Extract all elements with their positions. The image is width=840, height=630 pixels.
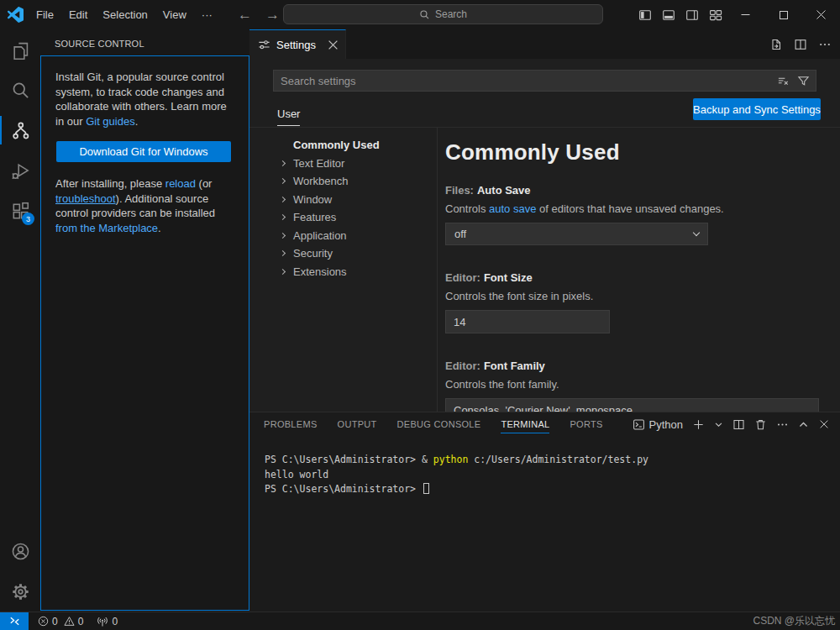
- toc-text-editor[interactable]: Text Editor: [273, 155, 433, 173]
- more-actions-icon[interactable]: [818, 38, 832, 51]
- toggle-panel-icon[interactable]: [662, 8, 675, 22]
- remote-icon: [8, 615, 21, 627]
- menu-more[interactable]: ···: [194, 0, 220, 29]
- terminal-shell-label[interactable]: Python: [649, 418, 683, 431]
- font-family-input[interactable]: [445, 398, 819, 412]
- settings-toc: Commonly Used Text Editor Workbench Wind…: [273, 136, 433, 281]
- clear-settings-search-icon[interactable]: [777, 75, 790, 87]
- activity-extensions[interactable]: 3: [0, 191, 40, 231]
- settings-body: Commonly Used Text Editor Workbench Wind…: [249, 128, 840, 412]
- run-debug-icon: [11, 161, 30, 181]
- error-icon: [38, 616, 49, 627]
- terminal-shell-icon: [633, 418, 645, 431]
- reload-link[interactable]: reload: [165, 177, 196, 190]
- toc-application[interactable]: Application: [273, 227, 433, 245]
- settings-scope-row: User Backup and Sync Settings: [249, 92, 840, 128]
- toc-features[interactable]: Features: [273, 208, 433, 227]
- history-nav: ← →: [238, 0, 280, 29]
- settings-section-heading: Commonly Used: [445, 139, 819, 165]
- terminal-line: hello world: [265, 468, 648, 483]
- settings-search-box: [273, 70, 816, 92]
- activity-search[interactable]: [0, 70, 40, 110]
- auto-save-link[interactable]: auto save: [489, 202, 536, 215]
- menu-file[interactable]: File: [29, 0, 61, 29]
- tab-problems[interactable]: PROBLEMS: [264, 419, 318, 429]
- toggle-sidebar-icon[interactable]: [638, 8, 652, 22]
- source-control-icon: [11, 121, 30, 140]
- maximize-button[interactable]: [764, 0, 802, 29]
- activity-bar: 3: [0, 29, 40, 612]
- toc-security[interactable]: Security: [273, 244, 433, 263]
- tab-debug-console[interactable]: DEBUG CONSOLE: [397, 419, 481, 429]
- title-bar: File Edit Selection View ··· ← → Search: [0, 0, 840, 29]
- close-window-button[interactable]: [802, 0, 840, 29]
- activity-settings[interactable]: [0, 571, 40, 612]
- warning-icon: [64, 616, 75, 627]
- tab-output[interactable]: OUTPUT: [338, 419, 377, 429]
- ports-status[interactable]: 0: [97, 616, 120, 627]
- account-icon: [11, 542, 30, 561]
- settings-list: Commonly Used Files:Auto Save Controls a…: [445, 128, 819, 412]
- toggle-secondary-sidebar-icon[interactable]: [685, 8, 699, 22]
- activity-accounts[interactable]: [0, 531, 40, 571]
- open-settings-json-icon[interactable]: [769, 38, 783, 51]
- launch-profile-chevron-icon[interactable]: [714, 420, 723, 429]
- problems-status[interactable]: 0 0: [38, 616, 86, 627]
- search-icon: [419, 9, 430, 20]
- watermark: CSDN @乐以忘忧: [753, 614, 835, 628]
- kill-terminal-icon[interactable]: [754, 418, 767, 431]
- tab-user-settings[interactable]: User: [277, 108, 300, 120]
- activity-source-control[interactable]: [0, 110, 40, 150]
- panel-more-actions-icon[interactable]: [776, 418, 789, 431]
- extensions-badge: 3: [22, 213, 34, 225]
- download-git-button[interactable]: Download Git for Windows: [56, 141, 231, 162]
- toc-workbench[interactable]: Workbench: [273, 172, 433, 191]
- forward-button[interactable]: →: [265, 7, 280, 24]
- menu-edit[interactable]: Edit: [61, 0, 95, 29]
- terminal-line: PS C:\Users\Administrator>: [265, 482, 648, 497]
- back-button[interactable]: ←: [238, 7, 252, 24]
- settings-search-input[interactable]: [274, 75, 777, 87]
- toc-extensions[interactable]: Extensions: [273, 263, 433, 281]
- minimize-button[interactable]: [727, 0, 764, 29]
- git-guides-link[interactable]: Git guides: [86, 115, 135, 128]
- new-terminal-icon[interactable]: [692, 418, 705, 431]
- activity-explorer[interactable]: [0, 29, 40, 70]
- auto-save-select[interactable]: off: [445, 223, 708, 245]
- search-icon: [11, 81, 30, 100]
- terminal-cursor: [423, 483, 429, 494]
- toc-window[interactable]: Window: [273, 191, 433, 209]
- close-panel-icon[interactable]: [818, 418, 830, 430]
- vscode-logo: [8, 7, 24, 23]
- scm-welcome-text-2: After installing, please reload (or trou…: [55, 176, 230, 235]
- radio-tower-icon: [97, 616, 108, 627]
- terminal-output[interactable]: PS C:\Users\Administrator> & python c:/U…: [265, 453, 648, 497]
- split-editor-icon[interactable]: [794, 38, 807, 51]
- toc-commonly-used[interactable]: Commonly Used: [273, 136, 433, 155]
- font-size-input[interactable]: [445, 310, 610, 333]
- customize-layout-icon[interactable]: [709, 8, 722, 22]
- troubleshoot-link[interactable]: troubleshoot: [55, 192, 116, 205]
- tab-settings[interactable]: Settings: [249, 29, 346, 59]
- menu-selection[interactable]: Selection: [95, 0, 155, 29]
- remote-indicator[interactable]: [0, 612, 29, 630]
- tab-ports[interactable]: PORTS: [570, 419, 602, 429]
- scm-welcome-text-1: Install Git, a popular source control sy…: [55, 70, 230, 129]
- toc-sash[interactable]: [437, 128, 438, 412]
- command-center-search[interactable]: Search: [283, 4, 603, 24]
- chevron-down-icon: [693, 229, 700, 236]
- activity-run-debug[interactable]: [0, 150, 40, 191]
- backup-sync-button[interactable]: Backup and Sync Settings: [693, 98, 821, 120]
- marketplace-link[interactable]: from the Marketplace: [55, 222, 158, 234]
- settings-editor: User Backup and Sync Settings Commonly U…: [249, 59, 840, 412]
- menu-view[interactable]: View: [155, 0, 194, 29]
- settings-sliders-icon: [258, 39, 270, 51]
- gear-icon: [11, 582, 30, 601]
- tab-terminal[interactable]: TERMINAL: [501, 419, 549, 429]
- split-terminal-icon[interactable]: [732, 418, 745, 431]
- status-bar: 0 0 0 CSDN @乐以忘忧: [0, 612, 840, 630]
- filter-icon[interactable]: [797, 75, 810, 87]
- setting-editor-font-size: Editor:Font Size Controls the font size …: [445, 270, 819, 333]
- maximize-panel-icon[interactable]: [798, 419, 809, 430]
- close-tab-icon[interactable]: [328, 39, 339, 50]
